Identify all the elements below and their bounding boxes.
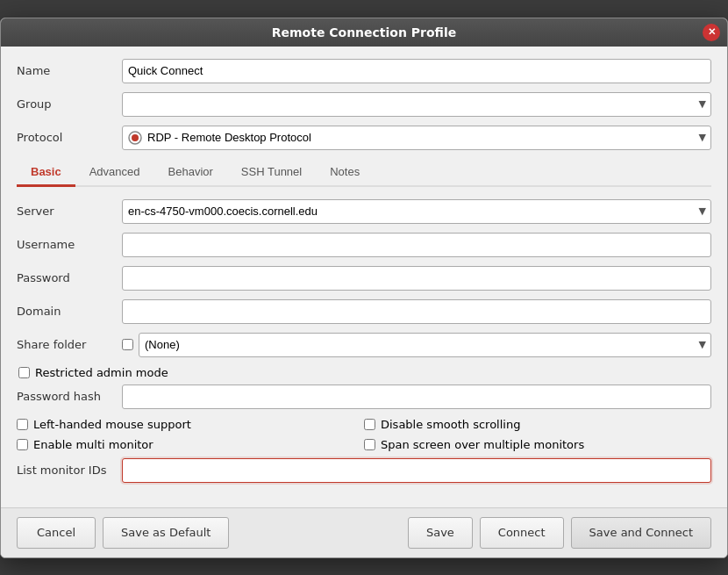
- domain-label: Domain: [17, 305, 122, 318]
- name-field: Quick Connect: [122, 59, 711, 83]
- share-folder-row: Share folder (None) ▼: [17, 333, 711, 357]
- share-folder-field: (None) ▼: [122, 333, 711, 357]
- username-label: Username: [17, 238, 122, 251]
- titlebar: Remote Connection Profile ✕: [1, 18, 727, 47]
- password-hash-input[interactable]: [122, 385, 711, 409]
- server-select-wrapper: en-cs-4750-vm000.coecis.cornell.edu ▼: [122, 199, 711, 224]
- save-connect-button[interactable]: Save and Connect: [571, 517, 711, 549]
- protocol-select[interactable]: RDP - Remote Desktop Protocol VNC SSH SF…: [122, 126, 711, 150]
- footer: Cancel Save as Default Save Connect Save…: [1, 507, 727, 557]
- main-content: Name Quick Connect Group ▼ Protocol: [1, 47, 727, 507]
- group-field: ▼: [122, 92, 711, 117]
- left-handed-checkbox[interactable]: [17, 419, 28, 430]
- list-monitor-field: [122, 458, 711, 483]
- name-label: Name: [17, 64, 122, 77]
- password-row: Password: [17, 266, 711, 291]
- left-handed-label: Left-handed mouse support: [33, 418, 191, 431]
- password-label: Password: [17, 271, 122, 284]
- dialog: Remote Connection Profile ✕ Name Quick C…: [0, 18, 728, 558]
- share-folder-checkbox[interactable]: [122, 339, 133, 350]
- server-row: Server en-cs-4750-vm000.coecis.cornell.e…: [17, 199, 711, 224]
- tab-notes[interactable]: Notes: [316, 159, 374, 187]
- span-screen-label: Span screen over multiple monitors: [381, 438, 584, 451]
- tab-behavior[interactable]: Behavior: [154, 159, 227, 187]
- domain-input[interactable]: [122, 299, 711, 324]
- restricted-admin-label: Restricted admin mode: [35, 366, 168, 379]
- multi-monitor-row: Enable multi monitor: [17, 438, 364, 451]
- cancel-button[interactable]: Cancel: [17, 517, 96, 549]
- server-field: en-cs-4750-vm000.coecis.cornell.edu ▼: [122, 199, 711, 224]
- left-handed-row: Left-handed mouse support: [17, 418, 364, 431]
- footer-right: Save Connect Save and Connect: [408, 517, 711, 549]
- protocol-field: RDP - Remote Desktop Protocol VNC SSH SF…: [122, 126, 711, 150]
- span-screen-row: Span screen over multiple monitors: [364, 438, 711, 451]
- smooth-scrolling-checkbox[interactable]: [364, 419, 375, 430]
- tab-content-basic: Server en-cs-4750-vm000.coecis.cornell.e…: [17, 187, 711, 499]
- list-monitor-row: List monitor IDs: [17, 458, 711, 483]
- restricted-admin-checkbox[interactable]: [18, 367, 30, 378]
- restricted-admin-row: Restricted admin mode: [18, 366, 711, 379]
- close-button[interactable]: ✕: [703, 24, 720, 41]
- tabs: Basic Advanced Behavior SSH Tunnel Notes: [17, 159, 711, 187]
- group-label: Group: [17, 97, 122, 111]
- save-default-button[interactable]: Save as Default: [103, 517, 229, 549]
- share-folder-select-wrapper: (None) ▼: [139, 333, 711, 357]
- protocol-label: Protocol: [17, 131, 122, 144]
- password-input[interactable]: [122, 266, 711, 291]
- connect-button[interactable]: Connect: [480, 517, 564, 549]
- smooth-scrolling-row: Disable smooth scrolling: [364, 418, 711, 431]
- protocol-row: Protocol RDP - Remote Desktop Protocol V…: [17, 126, 711, 150]
- tab-basic[interactable]: Basic: [17, 159, 75, 187]
- share-folder-label: Share folder: [17, 338, 122, 351]
- dialog-title: Remote Connection Profile: [272, 25, 457, 40]
- domain-field: [122, 299, 711, 324]
- multi-monitor-checkbox[interactable]: [17, 439, 28, 450]
- username-row: Username: [17, 233, 711, 257]
- group-select[interactable]: [122, 92, 711, 117]
- group-row: Group ▼: [17, 92, 711, 117]
- save-button[interactable]: Save: [408, 517, 473, 549]
- password-field: [122, 266, 711, 291]
- domain-row: Domain: [17, 299, 711, 324]
- username-input[interactable]: [122, 233, 711, 257]
- password-hash-field: [122, 385, 711, 409]
- password-hash-label: Password hash: [17, 390, 122, 403]
- tab-advanced[interactable]: Advanced: [75, 159, 154, 187]
- password-hash-row: Password hash: [17, 385, 711, 409]
- checkbox-group-2: Enable multi monitor Span screen over mu…: [17, 438, 711, 451]
- protocol-select-wrapper: RDP - Remote Desktop Protocol VNC SSH SF…: [122, 126, 711, 150]
- share-folder-select[interactable]: (None): [139, 333, 711, 357]
- server-select[interactable]: en-cs-4750-vm000.coecis.cornell.edu: [122, 199, 711, 224]
- list-monitor-input[interactable]: [122, 458, 711, 483]
- smooth-scrolling-label: Disable smooth scrolling: [381, 418, 520, 431]
- checkbox-group-1: Left-handed mouse support Disable smooth…: [17, 418, 711, 431]
- name-input[interactable]: Quick Connect: [122, 59, 711, 83]
- list-monitor-label: List monitor IDs: [17, 464, 122, 477]
- username-field: [122, 233, 711, 257]
- group-select-wrapper: ▼: [122, 92, 711, 117]
- tab-ssh-tunnel[interactable]: SSH Tunnel: [227, 159, 316, 187]
- footer-left: Cancel Save as Default: [17, 517, 229, 549]
- multi-monitor-label: Enable multi monitor: [33, 438, 153, 451]
- server-label: Server: [17, 205, 122, 218]
- name-row: Name Quick Connect: [17, 59, 711, 83]
- span-screen-checkbox[interactable]: [364, 439, 375, 450]
- close-icon: ✕: [708, 26, 716, 38]
